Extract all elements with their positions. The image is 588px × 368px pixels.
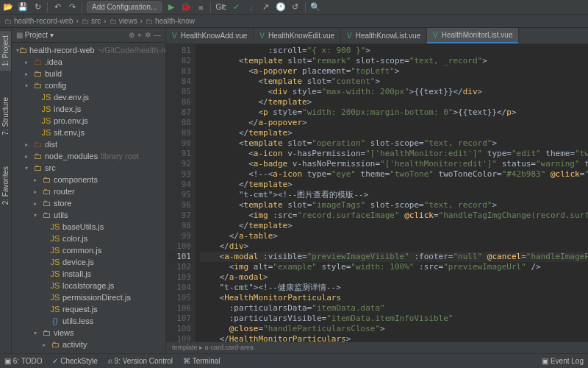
breadcrumb-item[interactable]: 🗀health-record-web: [4, 17, 74, 25]
tree-row[interactable]: ▸🗀components: [12, 174, 165, 185]
breadcrumb-item[interactable]: 🗀health-know: [146, 17, 195, 25]
main-toolbar: 📂 💾 ↻ ↶ ↷ Add Configuration... ▶ 🐞 ■ Git…: [0, 0, 588, 15]
tree-row[interactable]: ▸🗀.idea: [12, 56, 165, 68]
debug-icon[interactable]: 🐞: [181, 2, 191, 13]
tree-row[interactable]: JSdev.env.js: [12, 91, 165, 103]
tab-vcs[interactable]: ⎌ 9: Version Control: [108, 357, 173, 365]
run-icon[interactable]: ▶: [166, 2, 176, 13]
tree-row[interactable]: JSsit.env.js: [12, 127, 165, 138]
git-history-icon[interactable]: 🕑: [276, 2, 286, 13]
tree-row[interactable]: JSindex.js: [12, 103, 165, 115]
tab-todo[interactable]: ▣ 6: TODO: [4, 357, 42, 365]
locate-icon[interactable]: ⌖: [137, 31, 142, 40]
breadcrumb-item[interactable]: 🗀src: [82, 17, 101, 25]
tree-row[interactable]: {}utils.less: [12, 315, 165, 327]
redo-icon[interactable]: ↷: [67, 2, 77, 13]
nav-breadcrumb: 🗀health-record-web › 🗀src › 🗀views › 🗀he…: [0, 15, 588, 28]
left-tool-tabs: 1: Project 7: Structure 2: Favorites: [0, 28, 12, 353]
tree-row[interactable]: ▾🗀health-record-web~/GitCode/health-reco…: [12, 44, 165, 56]
tree-row[interactable]: ▾🗀utils: [12, 209, 165, 221]
save-icon[interactable]: 💾: [18, 2, 28, 13]
run-config-dropdown[interactable]: Add Configuration...: [87, 1, 162, 13]
project-panel: ▦ Project ▾ ⊕ ⌖ ✲ — ▾🗀health-record-web~…: [12, 28, 166, 353]
tree-row[interactable]: JSdevice.js: [12, 256, 165, 268]
git-push-icon[interactable]: ↗: [261, 2, 271, 13]
tree-row[interactable]: ▸🗀build: [12, 68, 165, 79]
editor-tab[interactable]: VHealthMonitorList.vue: [427, 28, 519, 43]
tree-row[interactable]: ▾🗀src: [12, 162, 165, 174]
open-icon[interactable]: 📂: [3, 2, 13, 13]
refresh-icon[interactable]: ↻: [32, 2, 43, 13]
editor-tab[interactable]: VHealthKnowList.vue: [341, 28, 427, 43]
bottom-tool-tabs: ▣ 6: TODO ✓ CheckStyle ⎌ 9: Version Cont…: [0, 353, 588, 368]
tree-row[interactable]: ▸🗀article: [12, 350, 165, 353]
collapse-icon[interactable]: ⊕: [129, 31, 135, 40]
editor-tab[interactable]: VHealthKnowEdit.vue: [254, 28, 341, 43]
tree-row[interactable]: ▸🗀store: [12, 197, 165, 209]
settings-icon[interactable]: ✲: [145, 31, 151, 40]
tree-row[interactable]: JScommon.js: [12, 244, 165, 256]
tree-row[interactable]: JSlocalstorage.js: [12, 280, 165, 291]
tree-row[interactable]: JSinstall.js: [12, 268, 165, 280]
project-tree[interactable]: ▾🗀health-record-web~/GitCode/health-reco…: [12, 43, 165, 353]
tree-row[interactable]: JSpro.env.js: [12, 115, 165, 127]
event-log-button[interactable]: ▣ Event Log: [542, 357, 584, 365]
editor-tabs: VHealthKnowAdd.vueVHealthKnowEdit.vueVHe…: [166, 28, 588, 44]
editor-area: VHealthKnowAdd.vueVHealthKnowEdit.vueVHe…: [166, 28, 588, 353]
tab-checkstyle[interactable]: ✓ CheckStyle: [52, 357, 97, 365]
git-revert-icon[interactable]: ↺: [290, 2, 301, 13]
tab-project[interactable]: 1: Project: [0, 31, 11, 71]
tree-row[interactable]: JSbaseUtils.js: [12, 221, 165, 233]
tree-row[interactable]: ▸🗀activity: [12, 339, 165, 350]
tree-row[interactable]: ▸🗀node_moduleslibrary root: [12, 150, 165, 162]
hide-icon[interactable]: —: [154, 31, 161, 40]
project-dropdown[interactable]: ▦ Project ▾: [16, 31, 54, 39]
tree-row[interactable]: ▸🗀router: [12, 185, 165, 197]
search-icon[interactable]: 🔍: [310, 2, 320, 13]
tree-row[interactable]: JSpermissionDirect.js: [12, 291, 165, 303]
breadcrumb-item[interactable]: 🗀views: [110, 17, 137, 25]
tree-row[interactable]: ▸🗀dist: [12, 138, 165, 150]
tree-row[interactable]: ▾🗀views: [12, 327, 165, 339]
git-label: Git:: [215, 3, 227, 11]
tab-structure[interactable]: 7: Structure: [0, 93, 11, 140]
tab-terminal[interactable]: ⌘ Terminal: [183, 357, 220, 365]
code-editor[interactable]: :scroll="{ x: 900 }"> <template slot="re…: [196, 44, 588, 342]
tree-row[interactable]: ▾🗀config: [12, 79, 165, 91]
editor-tab[interactable]: VHealthKnowAdd.vue: [166, 28, 254, 43]
git-commit-icon[interactable]: ✓: [232, 2, 242, 13]
tree-row[interactable]: JScolor.js: [12, 233, 165, 244]
git-update-icon[interactable]: ↓: [246, 2, 257, 13]
editor-breadcrumb[interactable]: template ▸ a-card.card-area: [166, 342, 588, 353]
tree-row[interactable]: JSrequest.js: [12, 303, 165, 315]
tab-favorites[interactable]: 2: Favorites: [0, 162, 11, 209]
undo-icon[interactable]: ↶: [52, 2, 62, 13]
stop-icon[interactable]: ■: [196, 2, 206, 13]
line-gutter: 8182838485868788899091929394959697989910…: [166, 44, 196, 342]
